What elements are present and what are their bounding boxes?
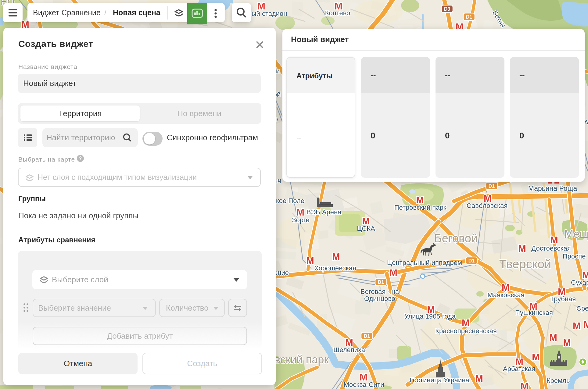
svg-text:Одинцово: Одинцово bbox=[364, 295, 395, 302]
svg-text:Тверской: Тверской bbox=[499, 257, 551, 271]
svg-text:Кремль: Кремль bbox=[547, 377, 570, 384]
svg-text:М: М bbox=[518, 243, 526, 254]
svg-text:Хорошёвская: Хорошёвская bbox=[314, 264, 356, 272]
svg-text:ение: ение bbox=[274, 269, 289, 277]
svg-text:D1: D1 bbox=[378, 280, 384, 285]
svg-text:Центральный ипподром: Центральный ипподром bbox=[387, 259, 462, 266]
svg-text:Петровский парк: Петровский парк bbox=[394, 204, 446, 211]
svg-text:М: М bbox=[332, 252, 340, 262]
svg-text:D3: D3 bbox=[444, 6, 450, 12]
svg-text:Арбатская: Арбатская bbox=[503, 365, 535, 373]
svg-text:Москва-Сити: Москва-Сити bbox=[344, 381, 384, 388]
svg-text:Краснопресненская: Краснопресненская bbox=[435, 327, 497, 335]
svg-text:Гостиница Украина: Гостиница Украина bbox=[410, 376, 469, 384]
svg-text:М: М bbox=[306, 255, 314, 266]
svg-text:Пушкинская: Пушкинская bbox=[515, 309, 553, 316]
svg-text:D1: D1 bbox=[468, 258, 475, 263]
svg-text:Трубная: Трубная bbox=[550, 295, 576, 303]
svg-text:D1: D1 bbox=[489, 184, 495, 189]
svg-text:Проспе: Проспе bbox=[563, 252, 586, 260]
svg-text:Сухаре: Сухаре bbox=[571, 279, 588, 286]
svg-text:D1: D1 bbox=[466, 14, 472, 20]
svg-text:Достоевская: Достоевская bbox=[531, 244, 571, 252]
svg-text:М: М bbox=[521, 381, 529, 389]
svg-text:М: М bbox=[549, 332, 557, 343]
svg-text:ный стадион: ный стадион bbox=[248, 10, 287, 17]
svg-text:Зорге: Зорге bbox=[292, 216, 310, 224]
svg-text:М: М bbox=[532, 352, 540, 362]
svg-text:Мещан: Мещан bbox=[564, 228, 588, 240]
svg-text:Маяковская: Маяковская bbox=[487, 291, 525, 299]
svg-text:D1: D1 bbox=[364, 334, 370, 339]
svg-text:М: М bbox=[475, 373, 483, 384]
svg-text:Савёловская: Савёловская bbox=[467, 202, 507, 209]
svg-text:Шелепиха: Шелепиха bbox=[333, 346, 365, 354]
svg-text:М: М bbox=[573, 321, 581, 331]
svg-text:Улица 1905 года: Улица 1905 года bbox=[404, 312, 456, 320]
svg-text:вский парк: вский парк bbox=[274, 353, 329, 366]
svg-text:ЦСКА: ЦСКА bbox=[357, 225, 375, 232]
svg-text:ское Поле: ское Поле bbox=[273, 197, 304, 205]
svg-text:Марьина Роща: Марьина Роща bbox=[528, 184, 577, 192]
svg-text:ВЭБ Арена: ВЭБ Арена bbox=[307, 208, 342, 216]
svg-text:М: М bbox=[389, 268, 397, 278]
svg-text:М: М bbox=[563, 337, 571, 348]
svg-text:Срет: Срет bbox=[576, 305, 588, 312]
svg-text:Беговой: Беговой bbox=[434, 232, 478, 245]
svg-text:М: М bbox=[583, 319, 588, 330]
svg-text:М: М bbox=[550, 235, 558, 245]
svg-text:М: М bbox=[462, 318, 470, 328]
svg-text:Коптево: Коптево bbox=[325, 9, 350, 17]
svg-text:Беговая · на: Беговая · на bbox=[360, 288, 399, 295]
